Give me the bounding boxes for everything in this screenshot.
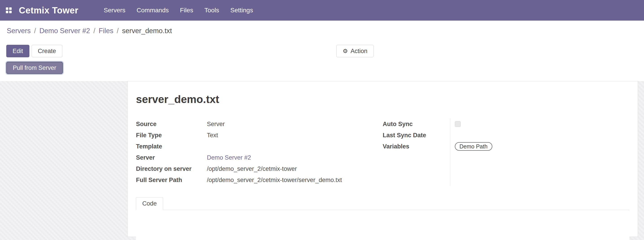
auto-sync-checkbox [455,121,461,127]
field-value-source: Server [207,121,225,128]
breadcrumb-separator: / [117,27,119,35]
edit-button[interactable]: Edit [6,45,30,57]
field-group-right: Auto Sync Last Sync Date Variables Demo … [383,119,630,186]
right-group-labels: Auto Sync Last Sync Date Variables [383,119,450,186]
nav-item-tools[interactable]: Tools [199,7,224,14]
nav-item-commands[interactable]: Commands [131,7,174,14]
field-value-server-link[interactable]: Demo Server #2 [207,154,251,161]
field-label-server: Server [136,154,207,161]
field-value-auto-sync [455,119,492,130]
field-row-source: Source Server [136,119,383,130]
record-actions-row: Pull from Server [0,61,644,75]
field-label-directory: Directory on server [136,165,207,172]
field-value-variables: Demo Path [455,141,492,152]
nav-item-files[interactable]: Files [174,7,199,14]
field-row-template: Template [136,141,383,152]
variable-tag-demo-path: Demo Path [455,142,492,151]
brand-title[interactable]: Cetmix Tower [19,5,78,15]
nav-item-settings[interactable]: Settings [224,7,258,14]
form-buttons-row: Edit Create ⚙ Action [0,41,644,61]
action-button[interactable]: ⚙ Action [336,45,374,57]
breadcrumb-servers[interactable]: Servers [7,27,31,35]
breadcrumb-demo-server-2[interactable]: Demo Server #2 [39,27,90,35]
breadcrumb-separator: / [93,27,95,35]
form-view-background: server_demo.txt Source Server File Type … [0,81,644,240]
tab-code[interactable]: Code [136,197,163,210]
field-value-directory: /opt/demo_server_2/cetmix-tower [207,165,297,172]
field-label-auto-sync: Auto Sync [383,119,450,130]
right-group-values: Demo Path [450,119,492,186]
field-value-full-path: /opt/demo_server_2/cetmix-tower/server_d… [207,177,342,184]
main-menu: Servers Commands Files Tools Settings [98,0,258,21]
gear-icon: ⚙ [343,48,348,54]
action-menu-wrap: ⚙ Action [336,45,374,57]
breadcrumb-separator: / [34,27,36,35]
nav-item-servers[interactable]: Servers [98,7,131,14]
field-value-last-sync-date [455,130,492,141]
code-tab-content [136,210,630,240]
record-title: server_demo.txt [136,93,630,106]
breadcrumb-current: server_demo.txt [122,27,172,35]
notebook-tabs: Code [136,197,630,210]
field-groups: Source Server File Type Text Template Se… [136,119,630,186]
field-label-full-path: Full Server Path [136,177,207,184]
field-label-source: Source [136,121,207,128]
field-label-template: Template [136,143,207,150]
field-label-variables: Variables [383,141,450,152]
field-row-directory: Directory on server /opt/demo_server_2/c… [136,163,383,174]
field-value-file-type: Text [207,132,218,139]
apps-grid-icon[interactable] [6,7,12,13]
create-button[interactable]: Create [32,45,62,57]
breadcrumb-files[interactable]: Files [99,27,113,35]
field-row-server: Server Demo Server #2 [136,152,383,163]
field-group-left: Source Server File Type Text Template Se… [136,119,383,186]
form-sheet: server_demo.txt Source Server File Type … [128,81,638,237]
action-button-label: Action [350,48,367,55]
field-label-file-type: File Type [136,132,207,139]
field-row-file-type: File Type Text [136,130,383,141]
field-row-full-path: Full Server Path /opt/demo_server_2/cetm… [136,174,383,186]
top-navbar: Cetmix Tower Servers Commands Files Tool… [0,0,644,21]
field-label-last-sync-date: Last Sync Date [383,130,450,141]
pull-from-server-button[interactable]: Pull from Server [6,62,63,74]
breadcrumb: Servers / Demo Server #2 / Files / serve… [0,21,644,41]
